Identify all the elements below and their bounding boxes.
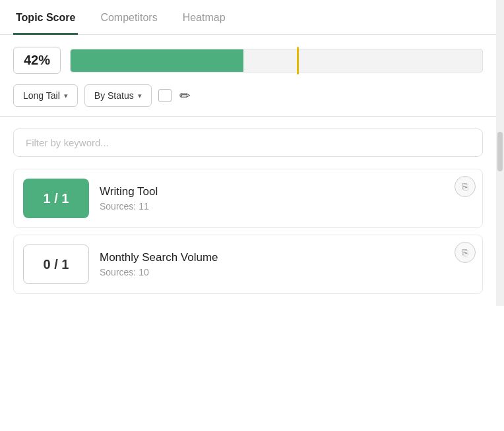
by-status-dropdown[interactable]: By Status ▾ — [84, 84, 152, 107]
controls-row: Long Tail ▾ By Status ▾ ✏ — [13, 84, 483, 107]
score-badge: 42% — [13, 47, 61, 74]
long-tail-label: Long Tail — [23, 90, 60, 101]
edit-pen-icon[interactable]: ✏ — [179, 88, 191, 103]
item-sources: Sources: 11 — [100, 201, 472, 212]
by-status-chevron-icon: ▾ — [138, 92, 142, 100]
page-wrapper: Topic Score Competitors Heatmap 42% Long… — [0, 0, 504, 306]
content-area: Topic Score Competitors Heatmap 42% Long… — [0, 0, 496, 306]
item-sources: Sources: 10 — [100, 267, 472, 277]
keyword-filter-input[interactable] — [13, 129, 483, 157]
copy-icon: ⎘ — [462, 247, 468, 258]
filter-section — [0, 117, 496, 163]
item-info: Writing Tool Sources: 11 — [100, 185, 472, 212]
tabs-bar: Topic Score Competitors Heatmap — [0, 0, 496, 35]
item-score-label: 1 / 1 — [44, 191, 69, 206]
progress-bar-container — [70, 49, 483, 72]
items-list: 1 / 1 Writing Tool Sources: 11 ⎘ 0 / 1 M… — [0, 163, 496, 306]
list-item: 1 / 1 Writing Tool Sources: 11 ⎘ — [13, 169, 483, 228]
tab-heatmap[interactable]: Heatmap — [180, 0, 228, 35]
long-tail-chevron-icon: ▾ — [64, 92, 68, 100]
item-title: Monthly Search Volume — [100, 251, 472, 264]
item-score-box-filled: 1 / 1 — [23, 179, 89, 218]
by-status-label: By Status — [94, 90, 134, 101]
long-tail-dropdown[interactable]: Long Tail ▾ — [13, 84, 78, 107]
score-section: 42% Long Tail ▾ By Status ▾ ✏ — [0, 35, 496, 117]
scrollbar-thumb — [497, 132, 503, 171]
item-score-box-empty: 0 / 1 — [23, 244, 89, 284]
select-all-checkbox[interactable] — [158, 89, 172, 102]
copy-button[interactable]: ⎘ — [455, 176, 476, 197]
item-score-label: 0 / 1 — [44, 257, 69, 272]
tab-competitors[interactable]: Competitors — [98, 0, 160, 35]
score-row: 42% — [13, 47, 483, 74]
item-title: Writing Tool — [100, 185, 472, 198]
copy-icon: ⎘ — [462, 181, 468, 192]
copy-button[interactable]: ⎘ — [455, 242, 476, 263]
progress-marker — [297, 47, 299, 74]
item-info: Monthly Search Volume Sources: 10 — [100, 251, 472, 277]
list-item: 0 / 1 Monthly Search Volume Sources: 10 … — [13, 235, 483, 294]
scrollbar[interactable] — [496, 0, 504, 306]
progress-bar-fill — [71, 49, 243, 72]
tab-topic-score[interactable]: Topic Score — [13, 0, 78, 35]
